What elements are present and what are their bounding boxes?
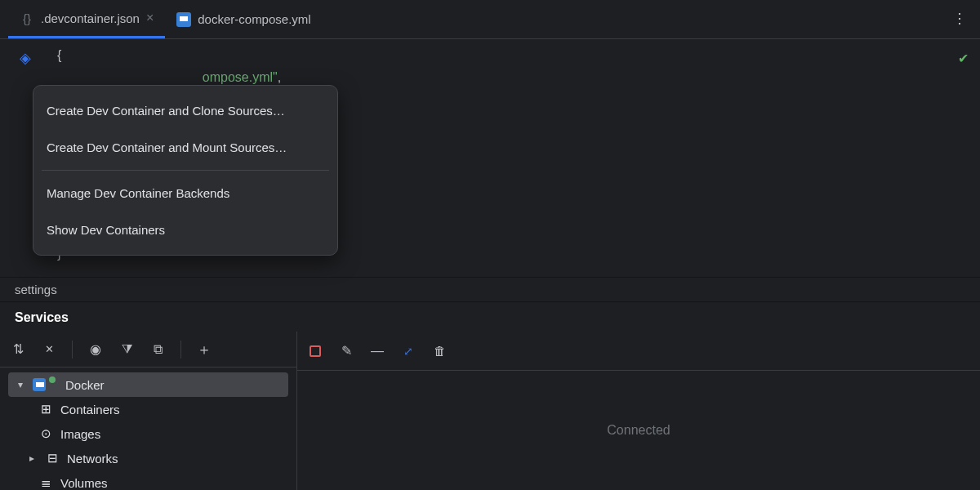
inspection-ok-icon[interactable]: ✔: [958, 47, 969, 69]
show-hidden-icon[interactable]: [87, 341, 104, 358]
chevron-down-icon[interactable]: ▾: [15, 379, 26, 390]
tab-devcontainer-json[interactable]: {} .devcontainer.json ×: [8, 0, 165, 38]
code-token: ,: [278, 70, 281, 84]
docker-file-icon: [176, 12, 191, 27]
networks-icon: [44, 450, 60, 466]
menu-item-create-clone-sources[interactable]: Create Dev Container and Clone Sources…: [33, 92, 337, 129]
menu-separator: [42, 170, 329, 171]
open-in-icon[interactable]: [149, 341, 166, 358]
filter-icon[interactable]: [118, 341, 135, 358]
tabs-overflow-menu-icon[interactable]: ⋯: [951, 11, 969, 28]
delete-icon[interactable]: [431, 343, 448, 359]
code-editor[interactable]: ◈ ✔ { ompose.yml", ", "settings": { "ter…: [0, 39, 980, 277]
connection-status-text: Connected: [297, 371, 980, 490]
tab-label: .devcontainer.json: [41, 11, 140, 25]
tree-node-containers[interactable]: Containers: [8, 397, 288, 421]
tab-docker-compose-yml[interactable]: docker-compose.yml: [165, 0, 322, 38]
breadcrumb-segment[interactable]: settings: [15, 283, 57, 296]
expand-collapse-icon[interactable]: [10, 341, 26, 358]
services-tree-toolbar: [0, 332, 296, 368]
docker-icon: [33, 378, 46, 391]
panel-title: Services: [0, 302, 980, 332]
add-service-icon[interactable]: [196, 341, 212, 358]
close-panel-icon[interactable]: [41, 341, 57, 358]
remove-icon[interactable]: [369, 343, 385, 359]
code-token: {: [57, 48, 61, 62]
breadcrumb[interactable]: settings: [0, 277, 980, 301]
devcontainer-gutter-icon[interactable]: ◈: [20, 47, 31, 69]
close-icon[interactable]: ×: [146, 11, 154, 25]
json-file-icon: {}: [20, 11, 34, 25]
tree-node-docker[interactable]: ▾ Docker: [8, 372, 288, 397]
tab-label: docker-compose.yml: [198, 12, 310, 26]
tree-node-label: Networks: [67, 452, 118, 466]
stop-icon[interactable]: [307, 343, 323, 359]
services-tree-pane: ▾ Docker Containers Images ▸: [0, 332, 297, 490]
status-running-badge: [49, 376, 56, 383]
services-detail-toolbar: [297, 332, 980, 371]
chevron-right-icon[interactable]: ▸: [26, 452, 38, 464]
menu-item-show-devcontainers[interactable]: Show Dev Containers: [33, 212, 337, 248]
editor-tabs: {} .devcontainer.json × docker-compose.y…: [0, 0, 980, 39]
services-detail-pane: Connected: [297, 332, 980, 490]
devcontainer-actions-popup: Create Dev Container and Clone Sources… …: [33, 85, 338, 256]
menu-item-manage-backends[interactable]: Manage Dev Container Backends: [33, 175, 337, 212]
toolbar-divider: [180, 341, 181, 359]
tree-node-volumes[interactable]: Volumes: [8, 470, 288, 490]
toolbar-divider: [72, 341, 73, 359]
services-panel: Services ▾ Docker: [0, 301, 980, 490]
volumes-icon: [38, 474, 54, 490]
tree-node-label: Volumes: [60, 476, 108, 490]
containers-icon: [38, 401, 54, 417]
code-token: [57, 70, 203, 84]
tree-node-label: Images: [60, 427, 100, 441]
tree-node-images[interactable]: Images: [8, 421, 288, 446]
images-icon: [38, 425, 54, 442]
tree-node-networks[interactable]: ▸ Networks: [8, 446, 288, 470]
maximize-icon[interactable]: [400, 343, 416, 359]
tree-node-label: Containers: [60, 403, 120, 416]
menu-item-create-mount-sources[interactable]: Create Dev Container and Mount Sources…: [33, 129, 337, 166]
services-tree: ▾ Docker Containers Images ▸: [0, 368, 296, 490]
code-token: ompose.yml": [203, 70, 278, 84]
edit-config-icon[interactable]: [338, 343, 354, 359]
tree-node-label: Docker: [65, 378, 105, 392]
